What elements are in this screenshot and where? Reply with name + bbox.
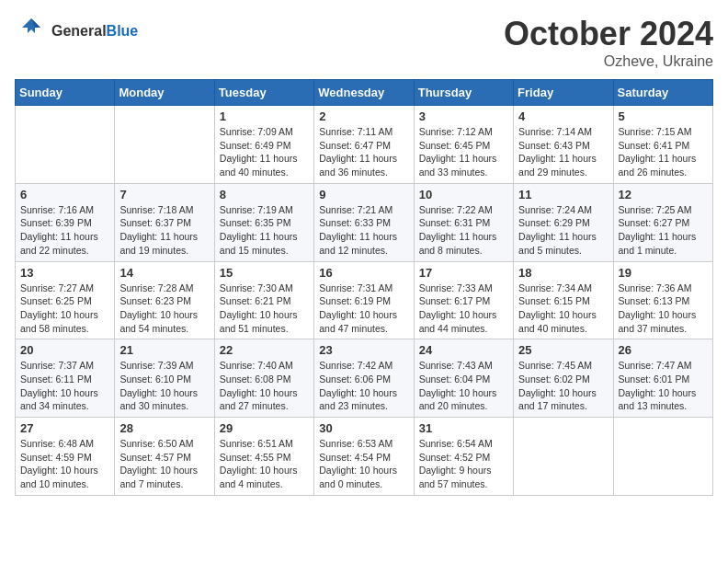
logo-icon [15, 15, 48, 48]
day-number: 18 [518, 266, 608, 280]
cell-content: Sunrise: 7:15 AMSunset: 6:41 PMDaylight:… [619, 125, 708, 179]
calendar-cell: 8Sunrise: 7:19 AMSunset: 6:35 PMDaylight… [214, 183, 313, 261]
calendar-cell: 5Sunrise: 7:15 AMSunset: 6:41 PMDaylight… [613, 106, 712, 184]
day-number: 9 [319, 188, 408, 201]
cell-content: Sunrise: 7:21 AMSunset: 6:33 PMDaylight:… [319, 203, 408, 258]
calendar-cell: 23Sunrise: 7:42 AMSunset: 6:06 PMDayligh… [314, 339, 414, 418]
logo-text-general: General [51, 23, 107, 40]
calendar-cell: 12Sunrise: 7:25 AMSunset: 6:27 PMDayligh… [613, 183, 712, 261]
day-number: 30 [319, 421, 408, 435]
cell-content: Sunrise: 7:39 AMSunset: 6:10 PMDaylight:… [119, 359, 209, 413]
cell-content: Sunrise: 6:48 AMSunset: 4:59 PMDaylight:… [20, 437, 109, 491]
day-number: 3 [419, 109, 508, 123]
calendar-cell: 14Sunrise: 7:28 AMSunset: 6:23 PMDayligh… [115, 261, 214, 339]
cell-content: Sunrise: 7:47 AMSunset: 6:01 PMDaylight:… [619, 359, 708, 413]
day-number: 29 [220, 421, 309, 435]
day-number: 24 [419, 343, 508, 357]
location-title: Ozheve, Ukraine [504, 53, 713, 70]
calendar-cell: 4Sunrise: 7:14 AMSunset: 6:43 PMDaylight… [514, 106, 613, 184]
day-number: 2 [319, 109, 408, 123]
weekday-header-monday: Monday [115, 80, 214, 106]
cell-content: Sunrise: 7:34 AMSunset: 6:15 PMDaylight:… [518, 282, 608, 336]
cell-content: Sunrise: 7:36 AMSunset: 6:13 PMDaylight:… [619, 282, 708, 336]
cell-content: Sunrise: 7:18 AMSunset: 6:37 PMDaylight:… [119, 203, 209, 258]
weekday-header-saturday: Saturday [613, 80, 712, 106]
day-number: 7 [119, 188, 209, 201]
day-number: 8 [220, 188, 309, 201]
cell-content: Sunrise: 7:28 AMSunset: 6:23 PMDaylight:… [119, 282, 209, 336]
cell-content: Sunrise: 6:53 AMSunset: 4:54 PMDaylight:… [319, 437, 408, 491]
calendar-cell: 6Sunrise: 7:16 AMSunset: 6:39 PMDaylight… [16, 183, 115, 261]
cell-content: Sunrise: 7:27 AMSunset: 6:25 PMDaylight:… [20, 282, 109, 336]
calendar-cell: 18Sunrise: 7:34 AMSunset: 6:15 PMDayligh… [514, 261, 613, 339]
calendar-cell: 3Sunrise: 7:12 AMSunset: 6:45 PMDaylight… [414, 106, 513, 184]
calendar-cell: 17Sunrise: 7:33 AMSunset: 6:17 PMDayligh… [414, 261, 513, 339]
cell-content: Sunrise: 6:50 AMSunset: 4:57 PMDaylight:… [119, 437, 209, 491]
cell-content: Sunrise: 7:22 AMSunset: 6:31 PMDaylight:… [419, 203, 508, 258]
calendar-cell: 20Sunrise: 7:37 AMSunset: 6:11 PMDayligh… [16, 339, 115, 418]
day-number: 16 [319, 266, 408, 280]
week-row-1: 1Sunrise: 7:09 AMSunset: 6:49 PMDaylight… [16, 106, 713, 184]
calendar-table: SundayMondayTuesdayWednesdayThursdayFrid… [15, 79, 713, 496]
day-number: 6 [20, 188, 109, 201]
calendar-cell: 10Sunrise: 7:22 AMSunset: 6:31 PMDayligh… [414, 183, 513, 261]
calendar-cell [16, 106, 115, 184]
calendar-cell [514, 418, 613, 496]
day-number: 17 [419, 266, 508, 280]
calendar-cell: 30Sunrise: 6:53 AMSunset: 4:54 PMDayligh… [314, 418, 414, 496]
day-number: 21 [119, 343, 209, 357]
calendar-cell: 21Sunrise: 7:39 AMSunset: 6:10 PMDayligh… [115, 339, 214, 418]
cell-content: Sunrise: 7:43 AMSunset: 6:04 PMDaylight:… [419, 359, 508, 413]
day-number: 12 [619, 188, 708, 201]
day-number: 5 [619, 109, 708, 123]
day-number: 19 [619, 266, 708, 280]
calendar-cell: 9Sunrise: 7:21 AMSunset: 6:33 PMDaylight… [314, 183, 414, 261]
cell-content: Sunrise: 7:31 AMSunset: 6:19 PMDaylight:… [319, 282, 408, 336]
day-number: 1 [220, 109, 309, 123]
logo: General Blue [15, 15, 138, 48]
calendar-cell: 13Sunrise: 7:27 AMSunset: 6:25 PMDayligh… [16, 261, 115, 339]
day-number: 13 [20, 266, 109, 280]
cell-content: Sunrise: 7:16 AMSunset: 6:39 PMDaylight:… [20, 203, 109, 258]
calendar-cell: 19Sunrise: 7:36 AMSunset: 6:13 PMDayligh… [613, 261, 712, 339]
cell-content: Sunrise: 7:12 AMSunset: 6:45 PMDaylight:… [419, 125, 508, 179]
day-number: 26 [619, 343, 708, 357]
day-number: 25 [518, 343, 608, 357]
cell-content: Sunrise: 7:11 AMSunset: 6:47 PMDaylight:… [319, 125, 408, 179]
calendar-cell [115, 106, 214, 184]
calendar-cell [613, 418, 712, 496]
week-row-2: 6Sunrise: 7:16 AMSunset: 6:39 PMDaylight… [16, 183, 713, 261]
day-number: 4 [518, 109, 608, 123]
day-number: 28 [119, 421, 209, 435]
calendar-cell: 11Sunrise: 7:24 AMSunset: 6:29 PMDayligh… [514, 183, 613, 261]
calendar-cell: 29Sunrise: 6:51 AMSunset: 4:55 PMDayligh… [214, 418, 313, 496]
cell-content: Sunrise: 7:33 AMSunset: 6:17 PMDaylight:… [419, 282, 508, 336]
cell-content: Sunrise: 7:37 AMSunset: 6:11 PMDaylight:… [20, 359, 109, 413]
day-number: 14 [119, 266, 209, 280]
calendar-cell: 7Sunrise: 7:18 AMSunset: 6:37 PMDaylight… [115, 183, 214, 261]
calendar-cell: 15Sunrise: 7:30 AMSunset: 6:21 PMDayligh… [214, 261, 313, 339]
day-number: 15 [220, 266, 309, 280]
page-header: General Blue October 2024 Ozheve, Ukrain… [15, 15, 713, 70]
week-row-5: 27Sunrise: 6:48 AMSunset: 4:59 PMDayligh… [16, 418, 713, 496]
calendar-cell: 28Sunrise: 6:50 AMSunset: 4:57 PMDayligh… [115, 418, 214, 496]
calendar-cell: 31Sunrise: 6:54 AMSunset: 4:52 PMDayligh… [414, 418, 513, 496]
weekday-header-friday: Friday [514, 80, 613, 106]
calendar-cell: 26Sunrise: 7:47 AMSunset: 6:01 PMDayligh… [613, 339, 712, 418]
logo-text-blue: Blue [107, 23, 139, 40]
cell-content: Sunrise: 7:09 AMSunset: 6:49 PMDaylight:… [220, 125, 309, 179]
weekday-header-wednesday: Wednesday [314, 80, 414, 106]
day-number: 22 [220, 343, 309, 357]
cell-content: Sunrise: 7:19 AMSunset: 6:35 PMDaylight:… [220, 203, 309, 258]
calendar-cell: 1Sunrise: 7:09 AMSunset: 6:49 PMDaylight… [214, 106, 313, 184]
calendar-cell: 24Sunrise: 7:43 AMSunset: 6:04 PMDayligh… [414, 339, 513, 418]
cell-content: Sunrise: 7:30 AMSunset: 6:21 PMDaylight:… [220, 282, 309, 336]
calendar-cell: 16Sunrise: 7:31 AMSunset: 6:19 PMDayligh… [314, 261, 414, 339]
day-number: 10 [419, 188, 508, 201]
day-number: 20 [20, 343, 109, 357]
cell-content: Sunrise: 7:24 AMSunset: 6:29 PMDaylight:… [518, 203, 608, 258]
weekday-header-tuesday: Tuesday [214, 80, 313, 106]
cell-content: Sunrise: 7:42 AMSunset: 6:06 PMDaylight:… [319, 359, 408, 413]
title-block: October 2024 Ozheve, Ukraine [504, 15, 713, 70]
day-number: 31 [419, 421, 508, 435]
